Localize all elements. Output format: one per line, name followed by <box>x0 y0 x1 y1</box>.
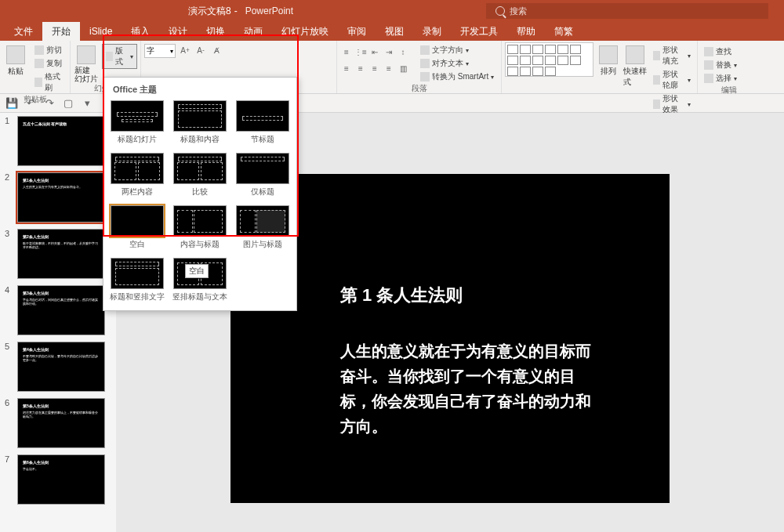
cut-button[interactable]: 剪切 <box>31 44 67 56</box>
qat-more-button[interactable]: ▾ <box>80 96 94 110</box>
align-left-button[interactable]: ≡ <box>340 62 353 74</box>
slide-thumbnail[interactable]: 第4条人生法则不要与昨天的自己比较，要与今天的自己比较然后进步更多一点。 <box>17 342 105 392</box>
decrease-font-button[interactable]: A- <box>194 44 207 56</box>
layout-option-title-slide[interactable]: 标题幻灯片 <box>110 100 165 145</box>
layout-thumb-icon <box>111 258 164 289</box>
layout-option-picture-caption[interactable]: 图片与标题 <box>235 205 290 250</box>
layout-option-title-vtext[interactable]: 标题和竖排文字 <box>110 258 165 302</box>
thumbnail-row: 1五点十二条法则 有声读物 <box>5 116 111 166</box>
indent-right-button[interactable]: ⇥ <box>383 45 395 58</box>
font-family-dropdown[interactable]: 字▾ <box>144 44 176 58</box>
layout-option-blank[interactable]: 空白 <box>110 205 165 250</box>
chevron-down-icon: ▾ <box>170 48 173 55</box>
columns-button[interactable]: ▥ <box>397 62 409 74</box>
tab-review[interactable]: 审阅 <box>338 22 376 41</box>
thumbnail-title: 五点十二条法则 有声读物 <box>23 121 100 126</box>
shape-icon <box>545 56 556 65</box>
thumbnail-title: 第1条人生法则 <box>23 178 100 183</box>
slide-thumbnail[interactable]: 第5条人生法则把注意力放在真正重要的事情上，不要被琐事和噪音分散精力。 <box>17 398 105 448</box>
tab-home[interactable]: 开始 <box>42 22 80 41</box>
line-spacing-button[interactable]: ↕ <box>397 45 409 58</box>
slide-body[interactable]: 人生的意义就在于为有意义的目标而奋斗。当你找到了一个有意义的目标，你会发现自己有… <box>340 338 591 439</box>
slide-thumbnail[interactable]: 第6条人生法则学会说不。 <box>17 454 105 505</box>
layout-option-content-caption[interactable]: 内容与标题 <box>172 205 227 250</box>
title-sep: - <box>234 5 238 16</box>
shape-icon <box>520 56 531 65</box>
increase-font-button[interactable]: A+ <box>179 44 191 56</box>
search-box[interactable]: 搜索 <box>486 3 768 19</box>
layout-option-two-content[interactable]: 两栏内容 <box>110 153 165 197</box>
shape-icon <box>507 56 518 65</box>
thumbnail-number: 2 <box>5 172 13 223</box>
replace-button[interactable]: 替换▾ <box>701 59 740 71</box>
thumbnail-row: 6第5条人生法则把注意力放在真正重要的事情上，不要被琐事和噪音分散精力。 <box>5 398 111 448</box>
shape-icon <box>520 45 531 54</box>
slide-thumbnails-pane[interactable]: 1五点十二条法则 有声读物2第1条人生法则人生的意义就在于为有意义的目标而奋斗。… <box>0 113 116 532</box>
align-justify-button[interactable]: ≡ <box>383 62 395 74</box>
shapes-gallery[interactable] <box>505 42 593 77</box>
paste-button[interactable]: 粘贴 <box>3 42 28 77</box>
layout-option-section-header[interactable]: 节标题 <box>235 100 290 145</box>
text-direction-button[interactable]: 文字方向▾ <box>417 44 497 56</box>
layout-option-title-only[interactable]: 仅标题 <box>235 153 290 197</box>
layout-thumb-icon <box>236 205 289 237</box>
align-center-button[interactable]: ≡ <box>354 62 367 74</box>
group-paragraph: ≡ ⋮≡ ⇤ ⇥ ↕ ≡ ≡ ≡ ≡ ▥ 文字方向▾ 对齐文本▾ 转换为 Sma… <box>337 41 502 93</box>
tab-view[interactable]: 视图 <box>376 22 413 41</box>
layout-option-label: 两栏内容 <box>122 186 153 197</box>
search-icon <box>495 6 505 16</box>
layout-thumb-icon <box>173 153 227 184</box>
indent-left-button[interactable]: ⇤ <box>368 45 381 58</box>
slide-thumbnail[interactable]: 第1条人生法则人生的意义就在于为有意义的目标而奋斗。 <box>17 172 105 223</box>
copy-icon <box>34 59 44 68</box>
align-right-button[interactable]: ≡ <box>368 62 381 74</box>
layout-option-comparison[interactable]: 比较 <box>172 153 227 197</box>
select-button[interactable]: 选择▾ <box>701 72 740 85</box>
tab-design[interactable]: 设计 <box>159 22 197 41</box>
layout-dropdown-button[interactable]: 版式▾ <box>102 44 137 69</box>
arrange-button[interactable]: 排列 <box>597 42 620 77</box>
tab-developer[interactable]: 开发工具 <box>451 22 507 41</box>
tab-slideshow[interactable]: 幻灯片放映 <box>272 22 338 41</box>
document-title: 演示文稿8 <box>188 5 231 18</box>
new-slide-button[interactable]: 新建 幻灯片 <box>74 42 99 83</box>
quick-styles-button[interactable]: 快速样式 <box>623 42 647 88</box>
thumbnail-number: 5 <box>5 342 13 392</box>
format-painter-button[interactable]: 格式刷 <box>31 71 67 94</box>
clear-format-button[interactable]: A̸ <box>210 44 223 56</box>
tab-jianfan[interactable]: 简繁 <box>545 22 583 41</box>
slide-thumbnail[interactable]: 五点十二条法则 有声读物 <box>17 116 105 166</box>
tab-help[interactable]: 帮助 <box>507 22 545 41</box>
slide-thumbnail[interactable]: 第2条人生法则敢于尝试新事物，不怕失败，不怕困难，从失败中学习并不断前进。 <box>17 229 105 279</box>
shape-fill-button[interactable]: 形状填充▾ <box>650 44 694 67</box>
shape-icon <box>570 56 581 65</box>
shape-outline-button[interactable]: 形状轮廓▾ <box>650 68 694 92</box>
thumbnail-title: 第6条人生法则 <box>23 460 100 465</box>
find-button[interactable]: 查找 <box>701 45 740 58</box>
layout-option-label: 空白 <box>129 239 145 250</box>
bullets-button[interactable]: ≡ <box>340 45 353 58</box>
numbering-button[interactable]: ⋮≡ <box>354 45 367 58</box>
thumbnail-number: 7 <box>5 454 13 505</box>
select-icon <box>704 74 713 83</box>
layout-option-label: 标题和竖排文字 <box>110 291 165 302</box>
layout-option-label: 仅标题 <box>251 186 274 197</box>
slide-thumbnail[interactable]: 第3条人生法则学会与自己对话，问问自己真正想要什么，然后付诸实践和行动。 <box>17 285 105 335</box>
slide-heading[interactable]: 第 1 条人生法则 <box>340 284 591 307</box>
thumbnail-number: 1 <box>5 116 13 166</box>
tab-insert[interactable]: 插入 <box>122 22 159 41</box>
shape-icon <box>532 45 543 54</box>
layout-option-label: 标题幻灯片 <box>118 134 157 145</box>
tab-animations[interactable]: 动画 <box>234 22 272 41</box>
layout-option-title-content[interactable]: 标题和内容 <box>172 100 227 145</box>
layout-thumb-icon <box>173 205 227 237</box>
tab-file[interactable]: 文件 <box>5 22 42 41</box>
copy-button[interactable]: 复制 <box>31 57 67 70</box>
convert-smartart-button[interactable]: 转换为 SmartArt▾ <box>417 71 497 83</box>
tab-record[interactable]: 录制 <box>413 22 451 41</box>
layout-thumb-icon <box>111 153 164 184</box>
tab-transitions[interactable]: 切换 <box>197 22 234 41</box>
text-direction-icon <box>420 45 430 55</box>
tab-islide[interactable]: iSlide <box>80 22 122 41</box>
align-text-button[interactable]: 对齐文本▾ <box>417 57 497 70</box>
